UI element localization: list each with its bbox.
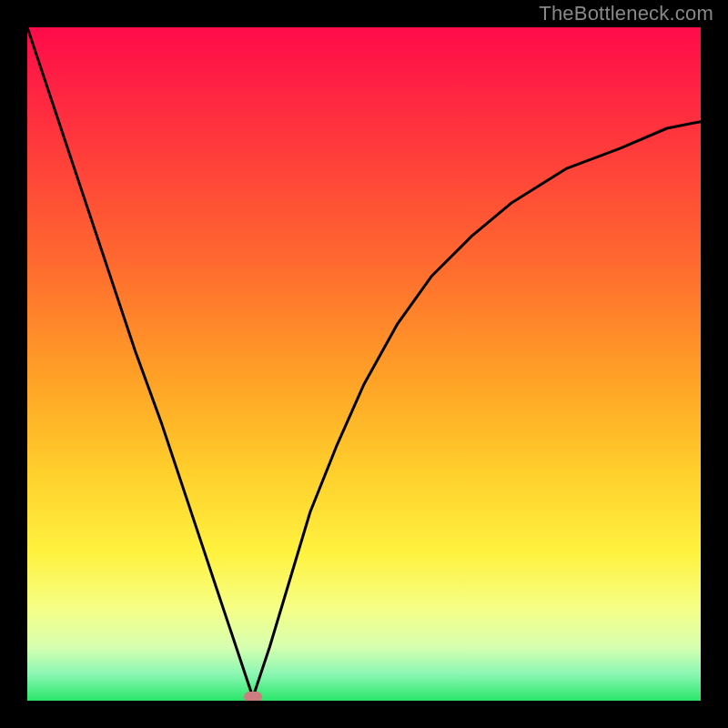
watermark-text: TheBottleneck.com (539, 2, 713, 25)
bottleneck-curve (27, 27, 701, 697)
min-marker (244, 692, 262, 701)
curve-layer (27, 27, 701, 701)
chart-container: TheBottleneck.com (0, 0, 728, 728)
plot-area (27, 27, 701, 701)
